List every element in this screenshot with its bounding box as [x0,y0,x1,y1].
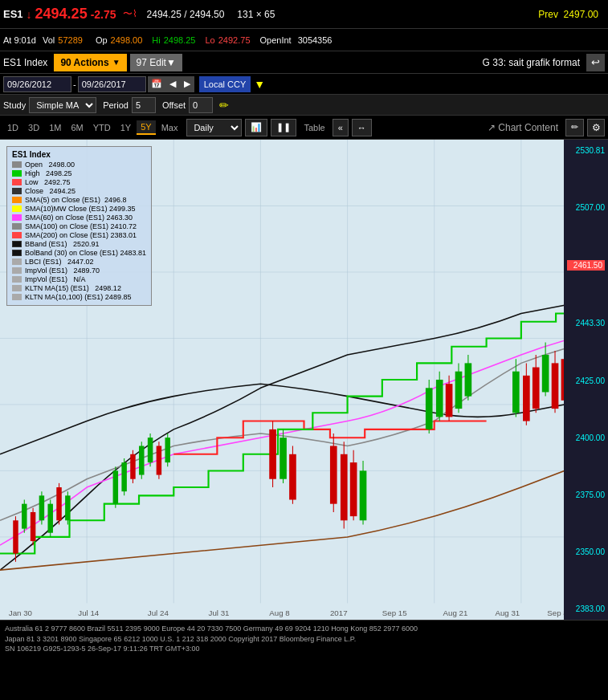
legend-low-color [12,179,22,185]
dropdown-triangle: ▼ [254,78,265,91]
legend-sma60-color [12,214,22,221]
edit-label: 97 Edit [137,57,166,68]
date-bar: - 📅 ◀ ▶ Local CCY ▼ [0,74,608,95]
pencil-button[interactable]: ✏ [219,99,229,112]
from-date-input[interactable] [3,76,71,92]
axis-label-2: 2507.00 [567,203,605,212]
trend-icon: 〜⌇ [123,7,137,21]
settings-button[interactable]: ⚙ [587,119,605,136]
chart-area: Jan 30 Jul 14 Jul 24 Jul 31 Aug 8 2017 S… [0,140,608,620]
footer-line2: Japan 81 3 3201 8900 Singapore 65 6212 1… [5,634,603,645]
axis-label-7: 2350.00 [567,547,605,556]
legend-bb-color [12,241,22,247]
legend-close-color [12,188,22,194]
chart-content-button[interactable]: ↗ Chart Content [484,120,562,135]
period-input[interactable] [132,97,156,113]
footer-line3: SN 106219 G925-1293-5 26-Sep-17 9:11:26 … [5,644,603,654]
lo-value: 2492.75 [218,35,251,45]
axis-label-5: 2400.00 [567,433,605,442]
legend-low: Low 2492.75 [12,178,146,186]
period-max-button[interactable]: Max [157,121,182,134]
op-value: 2498.00 [111,35,143,45]
hi-value: 2498.25 [164,35,196,45]
svg-text:Aug 8: Aug 8 [269,608,289,617]
top-bar: ES1 ↓ 2494.25 -2.75 〜⌇ 2494.25 / 2494.50… [0,0,608,29]
legend-impvol2: ImpVol (ES1) N/A [12,275,146,283]
index-label: ES1 Index [3,57,47,68]
date-next-button[interactable]: ▶ [180,76,194,92]
op-label: Op [96,35,108,45]
period-ytd-button[interactable]: YTD [89,121,115,134]
ticker-price: 2494.25 [35,6,88,22]
date-prev-button[interactable]: ◀ [165,76,180,92]
table-button[interactable]: Table [300,121,328,134]
footer-line1: Australia 61 2 9777 8600 Brazil 5511 239… [5,624,603,634]
legend-kltn15-color [12,285,22,291]
edit-button[interactable]: 97 Edit ▼ [130,54,182,71]
period-5y-button[interactable]: 5Y [137,120,155,135]
period-1y-button[interactable]: 1Y [116,121,135,134]
legend-impvol1-color [12,267,22,274]
ticker-symbol: ES1 [3,8,23,20]
legend-open-color [12,161,22,168]
legend-sma10-color [12,206,22,212]
chart-type-button[interactable]: 📊 [245,119,267,136]
axis-label-highlight: 2461.50 [567,260,605,271]
right-axis: 2530.81 2507.00 2461.50 2443.30 2425.00 … [564,140,608,620]
bar-type-button[interactable]: ❚❚ [271,119,296,136]
legend-impvol1: ImpVol (ES1) 2489.70 [12,267,146,275]
direction-arrow: ↓ [27,8,32,21]
legend-kltn15: KLTN MA(15) (ES1) 2498.12 [12,284,146,292]
svg-text:Sep 15: Sep 15 [382,608,407,617]
chart-legend: ES1 Index Open 2498.00 High 2498.25 Low … [6,146,152,306]
date-separator: - [73,79,76,89]
edit-chart-button[interactable]: ✏ [565,119,584,136]
period-1m-button[interactable]: 1M [45,121,65,134]
openint-label: OpenInt [260,35,292,45]
period-bar: 1D 3D 1M 6M YTD 1Y 5Y Max Daily Weekly M… [0,116,608,140]
ticker-change: -2.75 [91,8,116,21]
offset-label: Offset [162,100,186,110]
study-bar: Study Simple MA Period Offset ✏ [0,95,608,116]
legend-bbband: BBand (ES1) 2520.91 [12,240,146,248]
actions-label: 90 Actions [60,57,108,68]
period-6m-button[interactable]: 6M [67,121,87,134]
nav-fit-button[interactable]: ↔ [352,119,372,136]
svg-text:Jul 14: Jul 14 [78,608,99,617]
prev-info: Prev 2497.00 [538,9,598,20]
legend-high: High 2498.25 [12,169,146,177]
legend-sma60: SMA(60) on Close (ES1) 2463.30 [12,214,146,222]
legend-sma200-color [12,232,22,238]
to-date-input[interactable] [78,76,146,92]
size-info: 131 × 65 [237,9,275,20]
actions-dropdown-icon: ▼ [112,58,120,67]
axis-label-1: 2530.81 [567,146,605,155]
nav-left-button[interactable]: « [333,119,349,136]
actions-button[interactable]: 90 Actions ▼ [54,54,126,71]
study-select[interactable]: Simple MA [29,97,96,113]
frequency-select[interactable]: Daily Weekly Monthly [186,119,242,136]
legend-kltn100-color [12,294,22,300]
vol-value: 57289 [58,35,83,45]
lo-label: Lo [205,35,214,45]
period-1d-button[interactable]: 1D [3,121,22,134]
offset-input[interactable] [189,97,213,113]
legend-sma100: SMA(100) on Close (ES1) 2410.72 [12,222,146,230]
hi-label: Hi [152,35,160,45]
toolbar: ES1 Index 90 Actions ▼ 97 Edit ▼ G 33: s… [0,51,608,74]
undo-icon: ↩ [591,56,600,68]
calendar-icon[interactable]: 📅 [148,76,165,92]
period-label: Period [103,100,129,110]
legend-bolband-color [12,250,22,256]
svg-text:Aug 31: Aug 31 [495,608,520,617]
local-ccy-button[interactable]: Local CCY [199,76,251,92]
legend-sma100-color [12,223,22,230]
legend-lbci: LBCI (ES1) 2447.02 [12,258,146,266]
legend-sma200: SMA(200) on Close (ES1) 2383.01 [12,231,146,239]
g33-label: G 33: sait grafik format [483,57,580,68]
footer: Australia 61 2 9777 8600 Brazil 5511 239… [0,620,608,657]
undo-button[interactable]: ↩ [586,54,605,71]
svg-text:Jul 31: Jul 31 [209,608,230,617]
svg-text:Jul 24: Jul 24 [148,608,169,617]
period-3d-button[interactable]: 3D [24,121,43,134]
